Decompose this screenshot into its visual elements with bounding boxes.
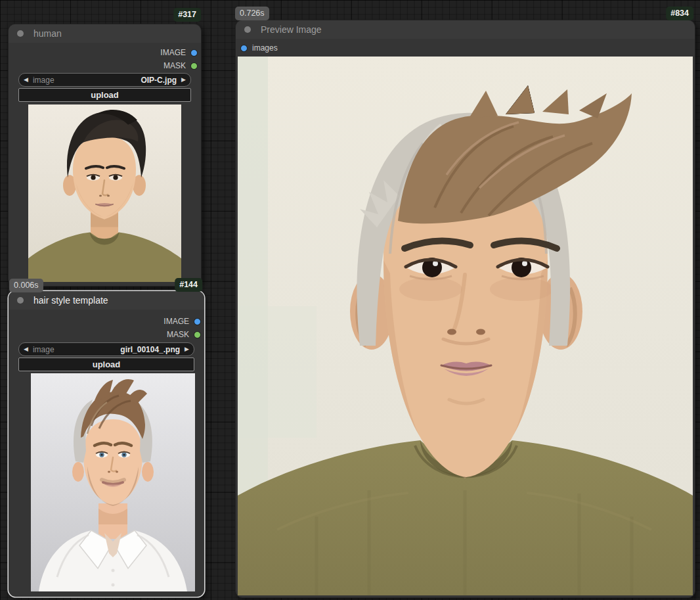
node-hair-style-template[interactable]: hair style template IMAGE MASK ◀ image g… xyxy=(9,291,204,597)
upload-button[interactable]: upload xyxy=(18,88,191,102)
input-dot-images[interactable] xyxy=(240,45,248,52)
prev-arrow-icon[interactable]: ◀ xyxy=(19,74,33,86)
output-slot-mask: MASK xyxy=(164,60,198,72)
exec-time-badge-preview: 0.726s xyxy=(235,7,269,20)
template-portrait xyxy=(31,373,195,591)
next-arrow-icon[interactable]: ▶ xyxy=(180,343,194,356)
node-header-preview[interactable]: Preview Image xyxy=(236,20,695,39)
output-slot-mask: MASK xyxy=(167,329,201,340)
node-title: human xyxy=(33,28,62,39)
node-preview-image[interactable]: Preview Image images xyxy=(235,20,695,598)
image-combo-widget[interactable]: ◀ image OIP-C.jpg ▶ xyxy=(18,73,191,87)
output-label-mask: MASK xyxy=(164,61,186,70)
comfyui-workspace: human IMAGE MASK ◀ image OIP-C.jpg ▶ upl… xyxy=(0,0,700,600)
node-id-badge-preview: #834 xyxy=(666,7,693,20)
output-dot-image[interactable] xyxy=(194,318,201,325)
output-slot-image: IMAGE xyxy=(164,315,201,327)
collapse-dot[interactable] xyxy=(17,297,24,304)
node-header-human[interactable]: human xyxy=(9,24,201,43)
prev-arrow-icon[interactable]: ◀ xyxy=(19,343,33,356)
preview-result-image[interactable] xyxy=(238,57,693,595)
collapse-dot[interactable] xyxy=(17,30,24,37)
combo-label: image xyxy=(33,76,55,85)
input-label-images: images xyxy=(252,43,278,53)
collapse-dot[interactable] xyxy=(244,26,251,33)
output-dot-mask[interactable] xyxy=(194,331,201,338)
node-id-badge-hair-template: #144 xyxy=(175,278,202,292)
upload-button[interactable]: upload xyxy=(18,358,194,371)
next-arrow-icon[interactable]: ▶ xyxy=(177,74,190,86)
result-portrait xyxy=(238,57,693,595)
exec-time-badge-hair-template: 0.006s xyxy=(9,279,43,292)
combo-value: OIP-C.jpg xyxy=(141,76,177,85)
combo-value: girl_00104_.png xyxy=(120,345,180,354)
output-label-image: IMAGE xyxy=(164,317,189,326)
node-title: hair style template xyxy=(33,295,108,306)
output-slot-image: IMAGE xyxy=(160,47,198,58)
node-human[interactable]: human IMAGE MASK ◀ image OIP-C.jpg ▶ upl… xyxy=(8,24,202,287)
human-portrait xyxy=(28,104,181,282)
image-combo-widget[interactable]: ◀ image girl_00104_.png ▶ xyxy=(18,342,194,356)
human-portrait-image[interactable] xyxy=(28,104,181,282)
node-id-badge-human: #317 xyxy=(173,8,201,22)
node-title: Preview Image xyxy=(261,24,322,35)
output-label-mask: MASK xyxy=(167,330,189,339)
output-label-image: IMAGE xyxy=(160,48,186,57)
input-slot-images: images xyxy=(240,42,278,54)
output-dot-mask[interactable] xyxy=(190,62,198,70)
output-dot-image[interactable] xyxy=(190,49,198,57)
combo-label: image xyxy=(33,345,55,354)
node-header-hair-template[interactable]: hair style template xyxy=(9,291,204,310)
template-portrait-image[interactable] xyxy=(31,373,195,591)
